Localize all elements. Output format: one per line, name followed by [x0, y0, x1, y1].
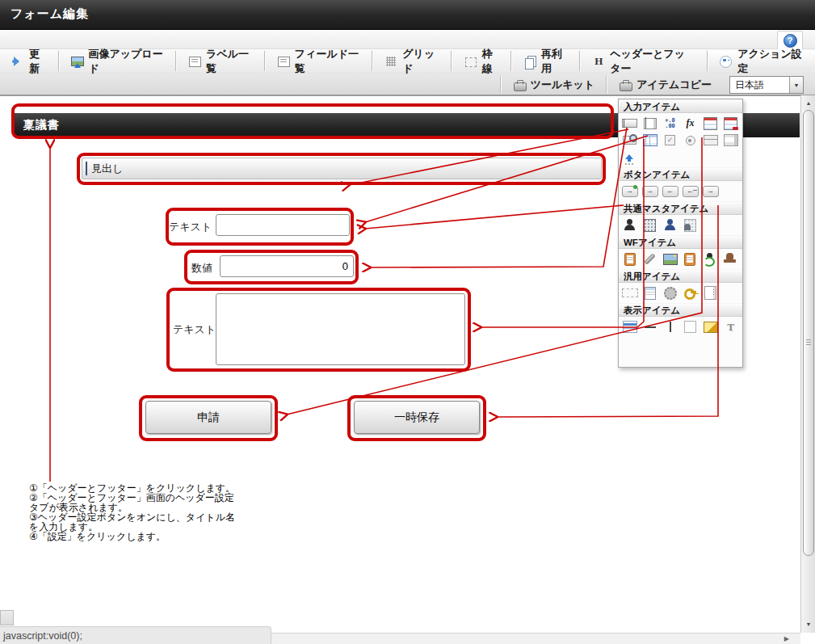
grid-icon	[384, 55, 397, 68]
scroll-right-icon[interactable]: ▶	[784, 635, 789, 642]
toolbar-button-0[interactable]: 更新	[0, 49, 58, 73]
image-wf-icon[interactable]	[660, 250, 680, 267]
heading-field-label: 見出し	[91, 162, 123, 176]
number-item-icon[interactable]	[660, 115, 680, 132]
button-send-icon[interactable]	[700, 183, 720, 200]
toolbar: 更新画像アップロードラベル一覧フィールド一覧グリッド枠線再利用ヘッダーとフッター…	[0, 49, 815, 95]
checkbox-item-icon[interactable]	[660, 132, 680, 149]
status-bar: javascript:void(0);	[0, 626, 271, 644]
help-icon[interactable]: ?	[783, 34, 797, 48]
toolbar-row2-button-1[interactable]: アイテムコピー	[607, 74, 723, 95]
gear-item-icon[interactable]	[660, 284, 680, 301]
palette-section-title: ボタンアイテム	[619, 167, 742, 181]
thumb-grip	[806, 339, 811, 345]
toolbar-row2-button-0[interactable]: ツールキット	[502, 74, 607, 95]
toolbar-button-3[interactable]: フィールド一覧	[266, 49, 372, 73]
toolbar-button-label: アイテムコピー	[636, 78, 712, 92]
button-back-icon[interactable]	[660, 183, 680, 200]
number-field-label: 数値	[191, 261, 212, 276]
form-editor-window: フォーム編集 ? 更新画像アップロードラベル一覧フィールド一覧グリッド枠線再利用…	[0, 0, 815, 644]
document-info-icon[interactable]	[620, 250, 640, 267]
palette-section-items	[619, 181, 742, 201]
chevron-down-icon[interactable]: ▼	[789, 77, 803, 93]
palette-section-title: 入力アイテム	[619, 99, 742, 113]
window-titlebar: フォーム編集	[0, 0, 815, 30]
toolbar-button-label: ヘッダーとフッター	[610, 47, 695, 76]
toolbar-button-8[interactable]: アクション設定	[708, 51, 815, 71]
user-select-icon[interactable]	[660, 217, 680, 234]
temporary-save-button[interactable]: 一時保存	[354, 401, 480, 434]
action-icon	[720, 55, 733, 68]
button-forward-icon[interactable]	[640, 183, 660, 200]
search-input-icon[interactable]	[620, 132, 640, 149]
heading-item-icon[interactable]	[620, 318, 640, 335]
toolbar-button-5[interactable]: 枠線	[452, 49, 510, 73]
history-icon[interactable]	[679, 250, 699, 267]
text-input-icon[interactable]	[620, 115, 640, 132]
language-select-value: 日本語	[730, 78, 789, 92]
toolbar-button-label: アクション設定	[737, 47, 804, 76]
palette-section-title: 表示アイテム	[619, 303, 742, 317]
stamp-icon[interactable]	[720, 250, 740, 267]
box-item-icon[interactable]	[680, 318, 700, 335]
attachment-icon[interactable]	[640, 250, 660, 267]
toolbar-button-7[interactable]: ヘッダーとフッター	[581, 49, 707, 73]
h-icon	[592, 55, 605, 68]
org-master-icon[interactable]	[640, 217, 660, 234]
text-field-input[interactable]	[216, 214, 350, 236]
hline-icon[interactable]	[640, 318, 660, 335]
org-select-icon[interactable]	[680, 217, 700, 234]
item-palette: 入力アイテムボタンアイテム共通マスタアイテムWFアイテム汎用アイテム表示アイテム	[618, 99, 743, 368]
textarea-field-label: テキスト	[173, 322, 216, 337]
date-item-icon[interactable]	[700, 115, 720, 132]
table-item-icon[interactable]	[640, 132, 660, 149]
vertical-scrollbar-thumb[interactable]	[803, 110, 814, 556]
radio-item-icon[interactable]	[680, 132, 700, 149]
date-period-item-icon[interactable]	[720, 115, 741, 132]
toolbar-button-label: 画像アップロード	[89, 47, 165, 76]
vline-icon[interactable]	[660, 318, 680, 335]
button-pullback-icon[interactable]	[680, 183, 700, 200]
toolbar-button-2[interactable]: ラベル一覧	[177, 49, 264, 73]
panel-item-icon[interactable]	[700, 284, 720, 301]
auth-key-icon[interactable]	[680, 284, 700, 301]
vertical-scrollbar[interactable]: ▲ ▼	[800, 95, 815, 633]
palette-section-title: 共通マスタアイテム	[619, 201, 742, 215]
scroll-down-icon[interactable]: ▼	[802, 617, 815, 630]
button-approve-icon[interactable]	[620, 183, 640, 200]
list-icon	[277, 55, 290, 68]
toolbar-button-label: 再利用	[541, 47, 568, 76]
toolbar-row2-items: ツールキットアイテムコピー日本語▼	[0, 74, 815, 95]
rich-text-icon[interactable]	[640, 284, 660, 301]
palette-section-items	[619, 113, 742, 167]
textarea-field-input[interactable]	[216, 293, 465, 365]
scroll-up-icon[interactable]: ▲	[802, 96, 815, 109]
spacer-icon[interactable]	[620, 284, 640, 301]
select-list-icon[interactable]	[720, 132, 741, 149]
text-field-label: テキスト	[169, 220, 212, 234]
toolbar-button-label: ツールキット	[531, 78, 595, 92]
file-upload-icon[interactable]	[620, 149, 640, 166]
palette-section-items	[619, 215, 742, 235]
toolbar-button-1[interactable]: 画像アップロード	[60, 49, 176, 73]
user-master-icon[interactable]	[620, 217, 640, 234]
toolbar-button-6[interactable]: 再利用	[512, 49, 579, 73]
item-copy-icon	[619, 78, 632, 91]
list-rows-icon[interactable]	[700, 132, 720, 149]
toolbar-button-label: フィールド一覧	[295, 47, 361, 76]
refresh-icon	[11, 55, 24, 68]
submit-button[interactable]: 申請	[145, 401, 271, 434]
text-display-icon[interactable]	[720, 318, 741, 335]
function-item-icon[interactable]	[680, 115, 700, 132]
image-display-icon[interactable]	[700, 318, 720, 335]
text-caret	[86, 162, 87, 175]
language-select[interactable]: 日本語▼	[729, 76, 804, 94]
heading-field[interactable]: 見出し	[82, 158, 602, 179]
route-change-icon[interactable]	[699, 250, 720, 267]
h-scroll-left-button[interactable]	[0, 610, 14, 625]
textarea-item-icon[interactable]	[640, 115, 660, 132]
number-field-input[interactable]	[220, 255, 354, 277]
instruction-step-line: ④「設定」をクリックします。	[29, 532, 235, 541]
toolbar-button-4[interactable]: グリッド	[373, 49, 451, 73]
toolkit-icon	[513, 78, 526, 91]
